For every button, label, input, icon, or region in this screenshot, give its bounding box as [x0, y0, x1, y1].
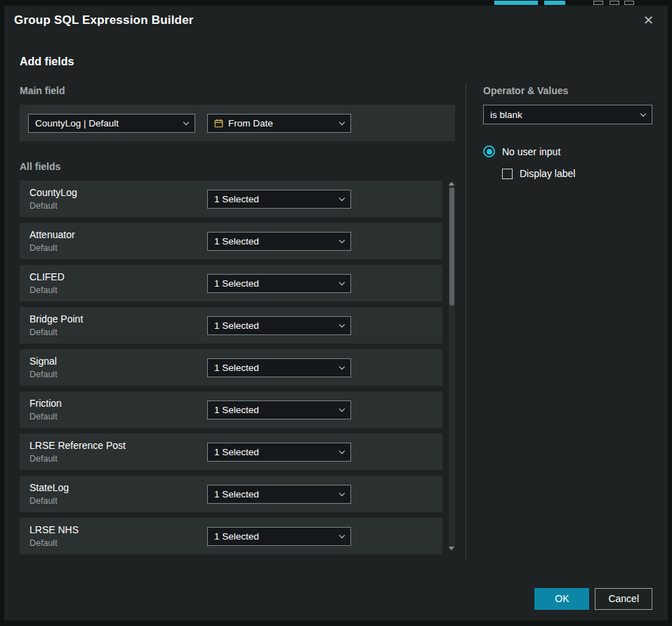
chevron-down-icon	[339, 321, 345, 327]
scroll-up-arrow-icon[interactable]	[449, 182, 454, 185]
field-info: Bridge Point Default	[29, 313, 83, 337]
cancel-button[interactable]: Cancel	[595, 588, 652, 610]
field-name: Bridge Point	[29, 313, 83, 325]
field-row: Friction Default 1 Selected	[20, 391, 442, 428]
field-name: CLIFED	[29, 271, 65, 282]
background-app-fragment	[610, 1, 619, 5]
field-row: StateLog Default 1 Selected	[20, 476, 442, 512]
field-row: CLIFED Default 1 Selected	[20, 265, 442, 301]
field-row: LRSE NHS Default 1 Selected	[20, 518, 442, 554]
dialog-body: Add fields Main field CountyLog | Defaul…	[4, 34, 668, 577]
chevron-down-icon	[339, 237, 345, 242]
group-sql-expression-builder-dialog: Group SQL Expression Builder ✕ Add field…	[4, 6, 668, 620]
field-sublabel: Default	[29, 496, 69, 506]
dropdown-value: 1 Selected	[214, 531, 259, 542]
dropdown-value: 1 Selected	[214, 489, 259, 500]
dropdown-value: 1 Selected	[214, 320, 259, 331]
field-name: Attenuator	[29, 229, 75, 240]
field-row: CountyLog Default 1 Selected	[20, 181, 442, 217]
field-sublabel: Default	[29, 454, 126, 464]
field-row: LRSE Reference Post Default 1 Selected	[20, 433, 442, 470]
background-app-fragment	[593, 1, 603, 5]
checkbox-unchecked-icon[interactable]	[502, 169, 513, 179]
ok-button[interactable]: OK	[534, 588, 589, 610]
fields-column: Main field CountyLog | Default	[20, 85, 455, 560]
field-selection-dropdown[interactable]: 1 Selected	[207, 527, 351, 546]
chevron-down-icon	[339, 448, 345, 453]
field-name: LRSE NHS	[29, 524, 79, 535]
chevron-down-icon	[339, 119, 345, 124]
field-selection-dropdown[interactable]: 1 Selected	[207, 358, 351, 377]
field-info: CLIFED Default	[29, 271, 65, 295]
field-selection-dropdown[interactable]: 1 Selected	[207, 190, 351, 209]
screen: Group SQL Expression Builder ✕ Add field…	[0, 0, 672, 626]
dropdown-value: From Date	[228, 118, 273, 129]
main-field-row: CountyLog | Default	[20, 105, 455, 141]
chevron-down-icon	[339, 195, 345, 200]
display-label-label: Display label	[520, 168, 575, 179]
field-name: LRSE Reference Post	[29, 440, 126, 451]
field-selection-dropdown[interactable]: 1 Selected	[207, 400, 351, 419]
dropdown-value: 1 Selected	[214, 194, 259, 204]
dropdown-value: 1 Selected	[214, 447, 259, 457]
field-name: Signal	[29, 356, 58, 367]
field-info: Signal Default	[29, 356, 58, 379]
display-label-option[interactable]: Display label	[502, 168, 652, 179]
field-row: Attenuator Default 1 Selected	[20, 223, 442, 259]
field-name: StateLog	[29, 482, 69, 493]
field-selection-dropdown[interactable]: 1 Selected	[207, 274, 351, 293]
field-sublabel: Default	[29, 327, 83, 337]
background-app-fragment	[544, 1, 565, 5]
operator-select-dropdown[interactable]: is blank	[483, 105, 652, 124]
dropdown-value: 1 Selected	[214, 363, 259, 373]
dropdown-value: 1 Selected	[214, 405, 259, 415]
operator-values-panel: Operator & Values is blank No user input…	[466, 85, 652, 560]
field-info: LRSE NHS Default	[29, 524, 79, 548]
main-field-label: Main field	[20, 85, 455, 96]
field-name: CountyLog	[29, 187, 77, 198]
all-fields-label: All fields	[20, 161, 455, 172]
radio-selected-icon[interactable]	[483, 145, 495, 157]
field-selection-dropdown[interactable]: 1 Selected	[207, 232, 351, 251]
field-row: Bridge Point Default 1 Selected	[20, 307, 442, 344]
field-info: Attenuator Default	[29, 229, 75, 253]
chevron-down-icon	[339, 363, 345, 369]
field-sublabel: Default	[29, 243, 75, 253]
field-selection-dropdown[interactable]: 1 Selected	[207, 443, 351, 462]
scrollbar-thumb[interactable]	[449, 188, 454, 306]
all-fields-list: CountyLog Default 1 Selected Attenuator	[20, 181, 455, 554]
dialog-footer: OK Cancel	[4, 577, 668, 620]
field-sublabel: Default	[29, 285, 65, 295]
layer-select-dropdown[interactable]: CountyLog | Default	[28, 114, 195, 133]
chevron-down-icon	[640, 110, 646, 116]
chevron-down-icon	[339, 405, 345, 411]
scroll-down-arrow-icon[interactable]	[449, 547, 454, 550]
dropdown-value: 1 Selected	[214, 236, 259, 247]
chevron-down-icon	[339, 279, 345, 285]
background-app-fragment	[494, 1, 538, 5]
dropdown-value: is blank	[490, 110, 522, 120]
field-info: StateLog Default	[29, 482, 69, 506]
close-icon[interactable]: ✕	[639, 11, 658, 30]
dropdown-value: 1 Selected	[214, 278, 259, 289]
no-user-input-option[interactable]: No user input	[483, 145, 652, 157]
main-field-select-dropdown[interactable]: From Date	[207, 114, 351, 133]
dialog-header: Group SQL Expression Builder ✕	[4, 6, 668, 34]
field-selection-dropdown[interactable]: 1 Selected	[207, 485, 351, 504]
field-sublabel: Default	[29, 538, 79, 548]
chevron-down-icon	[339, 532, 345, 537]
field-info: CountyLog Default	[29, 187, 77, 211]
field-info: LRSE Reference Post Default	[29, 440, 126, 464]
background-app-fragment	[624, 1, 634, 5]
field-sublabel: Default	[29, 370, 58, 379]
field-sublabel: Default	[29, 412, 62, 422]
add-fields-heading: Add fields	[20, 56, 652, 68]
dialog-title: Group SQL Expression Builder	[14, 13, 194, 27]
field-info: Friction Default	[29, 398, 62, 422]
no-user-input-label: No user input	[502, 146, 560, 157]
chevron-down-icon	[183, 119, 189, 124]
field-selection-dropdown[interactable]: 1 Selected	[207, 316, 351, 335]
field-name: Friction	[29, 398, 62, 409]
scrollbar[interactable]	[449, 182, 455, 550]
chevron-down-icon	[339, 490, 345, 495]
